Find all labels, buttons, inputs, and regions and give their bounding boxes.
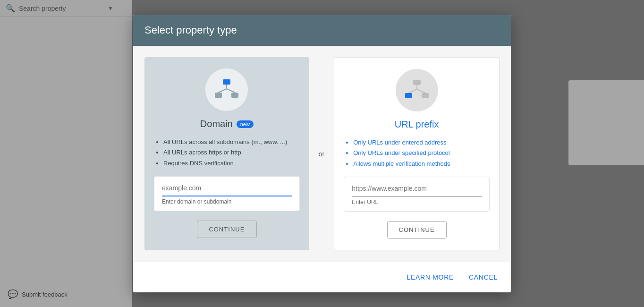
dialog-header: Select property type (133, 15, 511, 46)
url-input-wrapper (352, 183, 482, 197)
domain-title-row: Domain new (200, 119, 254, 129)
dialog-footer: LEARN MORE CANCEL (133, 262, 511, 292)
domain-bullets-list: All URLs across all subdomains (m., www.… (154, 137, 300, 168)
svg-rect-10 (405, 93, 412, 98)
svg-line-3 (227, 89, 235, 93)
url-prefix-card: URL prefix Only URLs under entered addre… (334, 57, 500, 250)
select-property-dialog: Select property type (133, 15, 511, 292)
or-divider: or (317, 57, 326, 250)
url-input-container: Enter URL (344, 177, 490, 212)
svg-rect-0 (223, 79, 230, 85)
url-bullet-3: Allows multiple verification methods (353, 159, 490, 169)
url-title: URL prefix (395, 119, 439, 130)
domain-input[interactable] (162, 182, 292, 194)
domain-new-badge: new (237, 120, 254, 128)
domain-title: Domain (200, 119, 233, 129)
svg-line-2 (218, 89, 227, 93)
domain-bullet-2: All URLs across https or http (163, 147, 300, 158)
domain-card: Domain new All URLs across all subdomain… (144, 57, 309, 250)
or-label: or (319, 150, 324, 158)
domain-continue-button[interactable]: CONTINUE (197, 221, 256, 238)
url-title-row: URL prefix (395, 119, 439, 130)
svg-rect-11 (422, 93, 429, 98)
svg-rect-6 (413, 80, 421, 85)
domain-bullet-3: Requires DNS verification (163, 158, 300, 169)
svg-line-8 (408, 89, 417, 93)
domain-bullet-1: All URLs across all subdomains (m., www.… (163, 137, 300, 147)
url-icon-circle (396, 69, 438, 111)
url-continue-button[interactable]: CONTINUE (387, 221, 447, 239)
svg-line-9 (417, 89, 425, 93)
url-input-hint: Enter URL (352, 199, 482, 205)
domain-input-hint: Enter domain or subdomain (162, 198, 292, 205)
domain-input-container: Enter domain or subdomain (154, 176, 300, 211)
svg-rect-4 (215, 93, 222, 98)
domain-network-icon (214, 78, 239, 101)
domain-input-wrapper (162, 182, 292, 196)
url-input[interactable] (352, 183, 482, 194)
url-bullet-1: Only URLs under entered address (353, 137, 490, 148)
url-bullets-list: Only URLs under entered address Only URL… (344, 137, 490, 169)
learn-more-button[interactable]: LEARN MORE (405, 270, 456, 285)
url-bullet-2: Only URLs under specified protocol (353, 148, 490, 158)
cancel-button[interactable]: CANCEL (467, 270, 500, 285)
dialog-body: Domain new All URLs across all subdomain… (133, 46, 511, 261)
dialog-title: Select property type (144, 24, 500, 36)
url-network-icon (404, 79, 430, 102)
domain-icon-circle (205, 68, 248, 111)
svg-rect-5 (231, 93, 238, 98)
